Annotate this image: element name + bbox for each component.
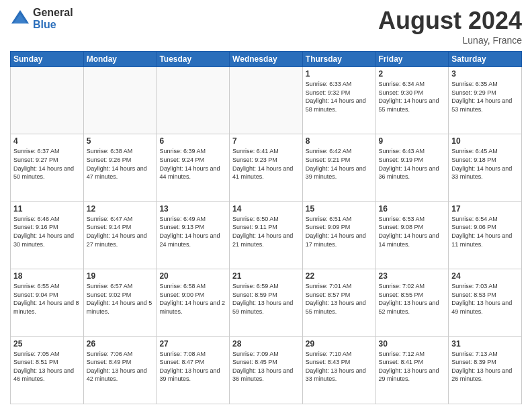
calendar-body: 1Sunrise: 6:33 AM Sunset: 9:32 PM Daylig… bbox=[11, 67, 522, 404]
day-info: Sunrise: 7:03 AM Sunset: 8:53 PM Dayligh… bbox=[451, 282, 519, 316]
day-cell-2-2: 13Sunrise: 6:49 AM Sunset: 9:13 PM Dayli… bbox=[157, 201, 230, 269]
day-info: Sunrise: 6:43 AM Sunset: 9:19 PM Dayligh… bbox=[379, 147, 446, 181]
week-row-2: 4Sunrise: 6:37 AM Sunset: 9:27 PM Daylig… bbox=[11, 134, 522, 201]
logo-blue: Blue bbox=[33, 19, 73, 31]
calendar-table: Sunday Monday Tuesday Wednesday Thursday… bbox=[10, 51, 522, 404]
day-info: Sunrise: 6:59 AM Sunset: 8:59 PM Dayligh… bbox=[232, 282, 300, 316]
logo-text: General Blue bbox=[33, 7, 73, 30]
day-info: Sunrise: 6:58 AM Sunset: 9:00 PM Dayligh… bbox=[159, 282, 226, 316]
day-number: 16 bbox=[379, 204, 446, 214]
day-info: Sunrise: 6:45 AM Sunset: 9:18 PM Dayligh… bbox=[451, 147, 519, 181]
day-cell-3-2: 20Sunrise: 6:58 AM Sunset: 9:00 PM Dayli… bbox=[157, 269, 230, 336]
day-cell-3-4: 22Sunrise: 7:01 AM Sunset: 8:57 PM Dayli… bbox=[302, 269, 375, 336]
day-cell-4-3: 28Sunrise: 7:09 AM Sunset: 8:45 PM Dayli… bbox=[230, 336, 303, 404]
day-cell-2-4: 15Sunrise: 6:51 AM Sunset: 9:09 PM Dayli… bbox=[302, 201, 375, 269]
day-number: 7 bbox=[232, 136, 300, 146]
day-cell-0-6: 3Sunrise: 6:35 AM Sunset: 9:29 PM Daylig… bbox=[449, 67, 522, 134]
day-cell-3-5: 23Sunrise: 7:02 AM Sunset: 8:55 PM Dayli… bbox=[375, 269, 449, 336]
day-number: 2 bbox=[379, 69, 446, 79]
day-cell-3-1: 19Sunrise: 6:57 AM Sunset: 9:02 PM Dayli… bbox=[83, 269, 157, 336]
col-thursday: Thursday bbox=[302, 52, 375, 67]
col-wednesday: Wednesday bbox=[230, 52, 303, 67]
location: Lunay, France bbox=[378, 35, 522, 46]
day-info: Sunrise: 6:47 AM Sunset: 9:14 PM Dayligh… bbox=[87, 215, 154, 248]
day-cell-1-1: 5Sunrise: 6:38 AM Sunset: 9:26 PM Daylig… bbox=[83, 134, 157, 201]
day-cell-1-6: 10Sunrise: 6:45 AM Sunset: 9:18 PM Dayli… bbox=[449, 134, 522, 201]
title-block: August 2024 Lunay, France bbox=[378, 7, 522, 46]
day-number: 14 bbox=[232, 204, 300, 214]
day-number: 30 bbox=[379, 339, 446, 349]
day-number: 21 bbox=[232, 271, 300, 281]
day-cell-4-5: 30Sunrise: 7:12 AM Sunset: 8:41 PM Dayli… bbox=[375, 336, 449, 404]
day-number: 29 bbox=[306, 339, 373, 349]
day-info: Sunrise: 6:39 AM Sunset: 9:24 PM Dayligh… bbox=[159, 147, 226, 181]
day-info: Sunrise: 6:35 AM Sunset: 9:29 PM Dayligh… bbox=[451, 80, 519, 113]
day-info: Sunrise: 6:34 AM Sunset: 9:30 PM Dayligh… bbox=[379, 80, 446, 113]
week-row-5: 25Sunrise: 7:05 AM Sunset: 8:51 PM Dayli… bbox=[11, 336, 522, 404]
calendar-header: Sunday Monday Tuesday Wednesday Thursday… bbox=[11, 52, 522, 67]
day-info: Sunrise: 6:55 AM Sunset: 9:04 PM Dayligh… bbox=[13, 282, 81, 316]
day-info: Sunrise: 6:46 AM Sunset: 9:16 PM Dayligh… bbox=[13, 215, 81, 248]
day-cell-1-4: 8Sunrise: 6:42 AM Sunset: 9:21 PM Daylig… bbox=[302, 134, 375, 201]
day-number: 11 bbox=[13, 204, 81, 214]
day-cell-0-5: 2Sunrise: 6:34 AM Sunset: 9:30 PM Daylig… bbox=[375, 67, 449, 134]
col-sunday: Sunday bbox=[11, 52, 84, 67]
day-number: 20 bbox=[159, 271, 226, 281]
day-cell-0-3 bbox=[230, 67, 303, 134]
day-info: Sunrise: 7:08 AM Sunset: 8:47 PM Dayligh… bbox=[159, 350, 226, 383]
day-info: Sunrise: 7:06 AM Sunset: 8:49 PM Dayligh… bbox=[87, 350, 154, 383]
day-number: 22 bbox=[306, 271, 373, 281]
week-row-4: 18Sunrise: 6:55 AM Sunset: 9:04 PM Dayli… bbox=[11, 269, 522, 336]
col-tuesday: Tuesday bbox=[157, 52, 230, 67]
day-cell-3-3: 21Sunrise: 6:59 AM Sunset: 8:59 PM Dayli… bbox=[230, 269, 303, 336]
day-info: Sunrise: 7:12 AM Sunset: 8:41 PM Dayligh… bbox=[379, 350, 446, 383]
month-title: August 2024 bbox=[378, 7, 522, 35]
day-cell-4-0: 25Sunrise: 7:05 AM Sunset: 8:51 PM Dayli… bbox=[11, 336, 84, 404]
day-cell-3-0: 18Sunrise: 6:55 AM Sunset: 9:04 PM Dayli… bbox=[11, 269, 84, 336]
header-row: Sunday Monday Tuesday Wednesday Thursday… bbox=[11, 52, 522, 67]
day-number: 19 bbox=[87, 271, 154, 281]
day-info: Sunrise: 6:41 AM Sunset: 9:23 PM Dayligh… bbox=[232, 147, 300, 181]
day-number: 24 bbox=[451, 271, 519, 281]
day-info: Sunrise: 6:51 AM Sunset: 9:09 PM Dayligh… bbox=[306, 215, 373, 248]
day-cell-4-2: 27Sunrise: 7:08 AM Sunset: 8:47 PM Dayli… bbox=[157, 336, 230, 404]
day-cell-1-5: 9Sunrise: 6:43 AM Sunset: 9:19 PM Daylig… bbox=[375, 134, 449, 201]
day-number: 3 bbox=[451, 69, 519, 79]
day-number: 1 bbox=[306, 69, 373, 79]
day-number: 25 bbox=[13, 339, 81, 349]
day-info: Sunrise: 6:53 AM Sunset: 9:08 PM Dayligh… bbox=[379, 215, 446, 248]
col-friday: Friday bbox=[375, 52, 449, 67]
day-cell-0-4: 1Sunrise: 6:33 AM Sunset: 9:32 PM Daylig… bbox=[302, 67, 375, 134]
day-cell-0-0 bbox=[11, 67, 84, 134]
day-cell-2-0: 11Sunrise: 6:46 AM Sunset: 9:16 PM Dayli… bbox=[11, 201, 84, 269]
day-cell-4-1: 26Sunrise: 7:06 AM Sunset: 8:49 PM Dayli… bbox=[83, 336, 157, 404]
day-info: Sunrise: 6:49 AM Sunset: 9:13 PM Dayligh… bbox=[159, 215, 226, 248]
week-row-1: 1Sunrise: 6:33 AM Sunset: 9:32 PM Daylig… bbox=[11, 67, 522, 134]
day-cell-4-4: 29Sunrise: 7:10 AM Sunset: 8:43 PM Dayli… bbox=[302, 336, 375, 404]
day-info: Sunrise: 7:09 AM Sunset: 8:45 PM Dayligh… bbox=[232, 350, 300, 383]
day-number: 13 bbox=[159, 204, 226, 214]
day-info: Sunrise: 6:54 AM Sunset: 9:06 PM Dayligh… bbox=[451, 215, 519, 248]
day-info: Sunrise: 6:38 AM Sunset: 9:26 PM Dayligh… bbox=[87, 147, 154, 181]
day-info: Sunrise: 7:13 AM Sunset: 8:39 PM Dayligh… bbox=[451, 350, 519, 383]
day-number: 12 bbox=[87, 204, 154, 214]
week-row-3: 11Sunrise: 6:46 AM Sunset: 9:16 PM Dayli… bbox=[11, 201, 522, 269]
day-number: 4 bbox=[13, 136, 81, 146]
day-number: 23 bbox=[379, 271, 446, 281]
day-cell-2-3: 14Sunrise: 6:50 AM Sunset: 9:11 PM Dayli… bbox=[230, 201, 303, 269]
day-cell-4-6: 31Sunrise: 7:13 AM Sunset: 8:39 PM Dayli… bbox=[449, 336, 522, 404]
day-cell-1-3: 7Sunrise: 6:41 AM Sunset: 9:23 PM Daylig… bbox=[230, 134, 303, 201]
col-monday: Monday bbox=[83, 52, 157, 67]
logo-icon bbox=[10, 9, 30, 29]
day-info: Sunrise: 7:02 AM Sunset: 8:55 PM Dayligh… bbox=[379, 282, 446, 316]
col-saturday: Saturday bbox=[449, 52, 522, 67]
day-cell-2-1: 12Sunrise: 6:47 AM Sunset: 9:14 PM Dayli… bbox=[83, 201, 157, 269]
page: General Blue August 2024 Lunay, France S… bbox=[0, 0, 532, 411]
header: General Blue August 2024 Lunay, France bbox=[10, 7, 522, 46]
day-number: 8 bbox=[306, 136, 373, 146]
day-cell-0-2 bbox=[157, 67, 230, 134]
day-cell-1-0: 4Sunrise: 6:37 AM Sunset: 9:27 PM Daylig… bbox=[11, 134, 84, 201]
day-info: Sunrise: 6:50 AM Sunset: 9:11 PM Dayligh… bbox=[232, 215, 300, 248]
day-cell-2-6: 17Sunrise: 6:54 AM Sunset: 9:06 PM Dayli… bbox=[449, 201, 522, 269]
day-number: 31 bbox=[451, 339, 519, 349]
